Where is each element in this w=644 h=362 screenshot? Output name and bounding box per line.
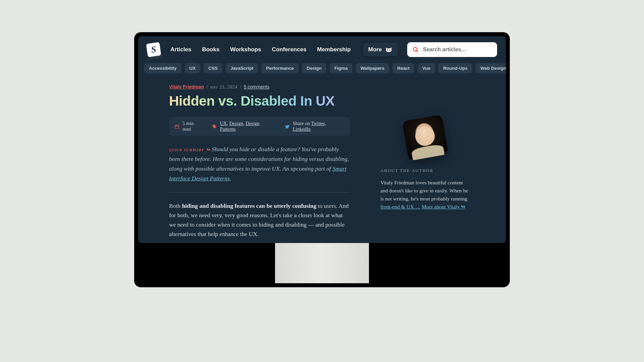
tag-accessibility[interactable]: Accessibility xyxy=(144,63,181,73)
svg-rect-4 xyxy=(175,125,179,128)
calendar-icon xyxy=(174,124,179,129)
tag-wallpapers[interactable]: Wallpapers xyxy=(356,63,389,73)
about-text: Vitaly Friedman loves beautiful content … xyxy=(380,179,470,211)
about-link-more[interactable]: More about Vitaly ↬ xyxy=(422,204,465,209)
nav-articles[interactable]: Articles xyxy=(170,46,191,53)
sidebar: ABOUT THE AUTHOR Vitaly Friedman loves b… xyxy=(380,84,470,239)
article-main: Vitaly Friedman / may 21, 2024 / 5 comme… xyxy=(169,84,350,239)
about-heading: ABOUT THE AUTHOR xyxy=(380,168,470,173)
share: Share on Twitter, LinkedIn xyxy=(285,121,345,132)
tag-figma[interactable]: Figma xyxy=(330,63,353,73)
divider xyxy=(169,192,350,192)
tag-webdesign[interactable]: Web Design xyxy=(476,63,506,73)
tag-row: Accessibility UX CSS JavaScript Performa… xyxy=(138,60,506,79)
topic-ux[interactable]: UX xyxy=(220,121,227,126)
nav-books[interactable]: Books xyxy=(202,46,219,53)
tag-vue[interactable]: Vue xyxy=(418,63,435,73)
summary-label: quick summary ↬ xyxy=(169,147,210,152)
share-linkedin[interactable]: LinkedIn xyxy=(293,126,311,132)
nav-conferences[interactable]: Conferences xyxy=(272,46,307,53)
site-logo[interactable]: S xyxy=(146,42,161,57)
tag-icon xyxy=(212,124,217,129)
meta-bar: 5 min read UX, Design, Design Patterns xyxy=(169,117,350,136)
body-paragraph: Both hiding and disabling features can b… xyxy=(169,201,350,239)
topics: UX, Design, Design Patterns xyxy=(212,121,276,132)
read-time: 5 min read xyxy=(174,121,203,132)
svg-point-1 xyxy=(389,50,390,50)
svg-point-8 xyxy=(213,125,214,126)
byline: Vitaly Friedman / may 21, 2024 / 5 comme… xyxy=(169,84,350,90)
search-box[interactable] xyxy=(407,42,497,57)
top-nav: S Articles Books Workshops Conferences M… xyxy=(138,36,506,60)
comments-link[interactable]: 5 comments xyxy=(244,84,269,89)
article-date: may 21, 2024 xyxy=(210,84,237,89)
tag-javascript[interactable]: JavaScript xyxy=(226,63,258,73)
tag-ux[interactable]: UX xyxy=(185,63,201,73)
content-area: Vitaly Friedman / may 21, 2024 / 5 comme… xyxy=(138,79,506,239)
body-emphasis: hiding and disabling features can be utt… xyxy=(182,202,316,209)
screen: S Articles Books Workshops Conferences M… xyxy=(138,36,506,243)
share-twitter[interactable]: Twitter xyxy=(311,121,325,126)
search-icon xyxy=(413,47,419,53)
monitor-frame: S Articles Books Workshops Conferences M… xyxy=(134,32,510,287)
tag-roundups[interactable]: Round-Ups xyxy=(438,63,472,73)
nav-membership[interactable]: Membership xyxy=(317,46,351,53)
tag-performance[interactable]: Performance xyxy=(261,63,299,73)
svg-point-2 xyxy=(413,47,417,51)
tag-design[interactable]: Design xyxy=(302,63,326,73)
nav-links: Articles Books Workshops Conferences Mem… xyxy=(170,46,351,53)
quick-summary: quick summary ↬ Should you hide or disab… xyxy=(169,144,350,183)
about-link-frontend[interactable]: front-end & UX … xyxy=(380,204,420,209)
topic-design[interactable]: Design xyxy=(229,121,243,126)
more-label: More xyxy=(368,46,382,53)
author-avatar[interactable] xyxy=(402,114,448,161)
svg-line-3 xyxy=(417,50,418,52)
tag-react[interactable]: React xyxy=(392,63,414,73)
article-title: Hidden vs. Disabled In UX xyxy=(169,93,350,109)
monitor-stand xyxy=(275,243,369,283)
svg-point-0 xyxy=(387,50,388,50)
cat-icon xyxy=(385,46,392,53)
read-time-text: 5 min read xyxy=(182,121,203,132)
nav-workshops[interactable]: Workshops xyxy=(230,46,261,53)
author-link[interactable]: Vitaly Friedman xyxy=(169,84,204,89)
search-input[interactable] xyxy=(423,47,492,53)
more-button[interactable]: More xyxy=(363,43,398,56)
twitter-icon xyxy=(285,124,290,129)
tag-css[interactable]: CSS xyxy=(204,63,222,73)
share-label: Share on xyxy=(293,121,310,126)
